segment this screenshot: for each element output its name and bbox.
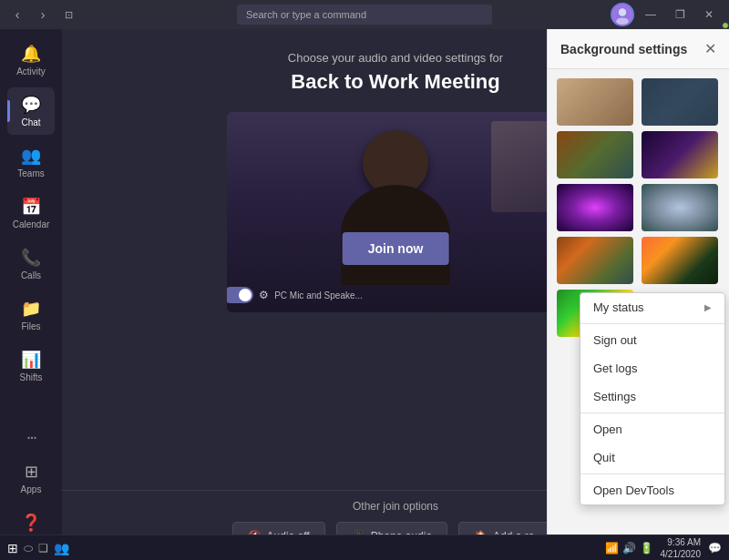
bg-thumbnail-3[interactable] [557, 131, 633, 178]
forward-button[interactable]: › [33, 5, 53, 25]
join-subtitle: Choose your audio and video settings for [288, 51, 503, 65]
taskbar-right: 📶 🔊 🔋 9:36 AM 4/21/2020 💬 [605, 536, 723, 560]
submenu-chevron-icon: ▶ [704, 302, 712, 312]
sidebar-item-activity[interactable]: 🔔 Activity [7, 36, 55, 84]
sidebar-item-calendar[interactable]: 📅 Calendar [7, 189, 55, 237]
ctx-get-logs[interactable]: Get logs [580, 354, 724, 382]
ctx-settings[interactable]: Settings [580, 382, 724, 411]
join-title: Back to Work Meeting [291, 70, 499, 94]
calls-icon: 📞 [21, 248, 41, 268]
main-content: Choose your audio and video settings for… [62, 29, 729, 560]
ctx-divider-3 [580, 473, 724, 474]
titlebar-right: — ❐ ✕ [611, 3, 722, 26]
close-button[interactable]: ✕ [696, 5, 722, 25]
speaker-settings-icon[interactable]: ⚙ [259, 289, 269, 301]
sidebar-label-shifts: Shifts [19, 372, 42, 382]
ctx-open[interactable]: Open [580, 415, 724, 443]
bg-thumbnail-1[interactable] [557, 78, 633, 126]
bg-thumbnail-2[interactable] [642, 78, 718, 126]
sidebar-item-teams[interactable]: 👥 Teams [7, 138, 55, 186]
calendar-icon: 📅 [21, 197, 41, 217]
ctx-open-label: Open [593, 423, 622, 436]
ctx-my-status[interactable]: My status ▶ [580, 293, 724, 321]
ctx-my-status-label: My status [593, 300, 644, 314]
titlebar: ‹ › ⊡ Search or type a command — ❐ ✕ [0, 0, 729, 29]
ctx-get-logs-label: Get logs [593, 361, 637, 375]
video-background [227, 112, 564, 312]
ctx-quit-label: Quit [593, 451, 615, 464]
bg-close-button[interactable]: ✕ [704, 40, 716, 57]
chat-icon: 💬 [21, 95, 41, 115]
speaker-label: PC Mic and Speake... [274, 290, 363, 300]
sidebar-label-calendar: Calendar [13, 219, 50, 229]
sidebar-item-shifts[interactable]: 📊 Shifts [7, 342, 55, 390]
restore-button[interactable]: ❐ [667, 5, 693, 25]
taskbar-time-display: 9:36 AM [661, 536, 702, 548]
ctx-quit[interactable]: Quit [580, 443, 724, 472]
app-body: 🔔 Activity 💬 Chat 👥 Teams 📅 Calendar 📞 C… [0, 29, 729, 560]
minimize-button[interactable]: — [638, 5, 663, 25]
sidebar-label-apps: Apps [21, 484, 42, 494]
nav-controls: ‹ › ⊡ [7, 5, 78, 25]
sidebar-item-apps[interactable]: ⊞ Apps [7, 454, 55, 502]
search-placeholder: Search or type a command [246, 9, 366, 20]
search-bar[interactable]: Search or type a command [237, 5, 492, 25]
volume-taskbar-icon[interactable]: 🔊 [622, 542, 636, 555]
sidebar: 🔔 Activity 💬 Chat 👥 Teams 📅 Calendar 📞 C… [0, 29, 62, 560]
back-button[interactable]: ‹ [7, 5, 27, 25]
bg-thumbnail-5[interactable] [557, 184, 633, 231]
sidebar-label-calls: Calls [21, 270, 41, 280]
activity-icon: 🔔 [21, 44, 41, 64]
sidebar-label-files: Files [21, 321, 40, 331]
taskbar: ⊞ ⬭ ❑ 👥 📶 🔊 🔋 9:36 AM 4/21/2020 💬 [0, 535, 729, 560]
taskbar-clock[interactable]: 9:36 AM 4/21/2020 [661, 536, 702, 560]
teams-taskbar-icon[interactable]: 👥 [54, 541, 69, 555]
ctx-settings-label: Settings [593, 390, 636, 403]
svg-point-2 [616, 17, 629, 25]
svg-point-1 [619, 8, 626, 15]
ctx-sign-out-label: Sign out [593, 333, 637, 347]
popup-button[interactable]: ⊡ [58, 5, 78, 25]
battery-icon[interactable]: 🔋 [640, 542, 653, 555]
ctx-divider-1 [580, 323, 724, 324]
cortana-icon[interactable]: ⬭ [24, 542, 33, 555]
user-avatar[interactable] [611, 3, 634, 26]
sys-icons: 📶 🔊 🔋 [605, 542, 653, 555]
ctx-divider-2 [580, 412, 724, 413]
background-settings-panel: Background settings ✕ My status ▶ [547, 29, 729, 560]
sidebar-label-chat: Chat [21, 117, 40, 127]
video-controls: 📷 ⚙ 🎤 [227, 287, 395, 303]
bg-thumbnail-6[interactable] [642, 184, 718, 231]
ctx-open-devtools-label: Open DevTools [593, 484, 674, 497]
ctx-open-devtools[interactable]: Open DevTools [580, 476, 724, 504]
bg-thumbnail-4[interactable] [642, 131, 718, 178]
sidebar-item-calls[interactable]: 📞 Calls [7, 240, 55, 288]
bg-thumbnail-8[interactable] [642, 237, 718, 284]
bg-settings-title: Background settings [560, 42, 687, 56]
apps-icon: ⊞ [25, 462, 38, 482]
task-view-icon[interactable]: ❑ [38, 542, 48, 555]
start-icon[interactable]: ⊞ [7, 541, 18, 555]
join-now-button[interactable]: Join now [343, 232, 449, 265]
sidebar-item-files[interactable]: 📁 Files [7, 291, 55, 339]
window-light [491, 121, 555, 212]
sidebar-label-teams: Teams [17, 168, 44, 178]
ctx-sign-out[interactable]: Sign out [580, 326, 724, 354]
teams-icon: 👥 [21, 146, 41, 166]
shifts-icon: 📊 [21, 350, 41, 370]
context-menu: My status ▶ Sign out Get logs Settings O… [580, 292, 725, 505]
notification-icon[interactable]: 💬 [708, 542, 722, 555]
volume-toggle[interactable] [227, 287, 253, 303]
bg-settings-header: Background settings ✕ [548, 29, 729, 69]
sidebar-more-button[interactable]: ··· [23, 423, 40, 451]
network-icon[interactable]: 📶 [605, 542, 619, 555]
video-preview: Join now 📷 ⚙ [227, 112, 564, 312]
help-icon: ❓ [21, 513, 41, 533]
bg-thumbnail-7[interactable] [557, 237, 633, 284]
files-icon: 📁 [21, 299, 41, 319]
sidebar-label-activity: Activity [16, 66, 46, 76]
sidebar-item-chat[interactable]: 💬 Chat [7, 87, 55, 135]
taskbar-date-display: 4/21/2020 [661, 548, 702, 560]
